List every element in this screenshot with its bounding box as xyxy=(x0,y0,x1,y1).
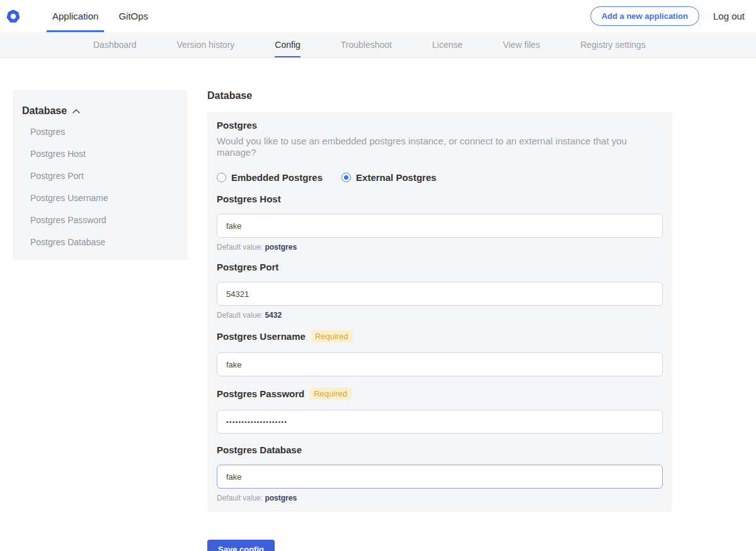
config-main: Database Postgres Would you like to use … xyxy=(207,90,672,551)
sidebar-item-postgres-username[interactable]: Postgres Username xyxy=(22,187,188,209)
page-title: Database xyxy=(207,90,672,102)
group-help-text: Would you like to use an embedded postgr… xyxy=(217,136,663,158)
top-nav-right: Add a new application Log out xyxy=(590,0,756,32)
sidebar-item-postgres-host[interactable]: Postgres Host xyxy=(22,143,188,165)
app-logo-icon xyxy=(6,9,20,23)
chevron-up-icon xyxy=(72,108,81,115)
default-value: 5432 xyxy=(265,311,282,320)
save-config-button[interactable]: Save config xyxy=(207,540,275,551)
default-value-label: Default value: xyxy=(217,494,263,502)
default-value-line: Default value:postgres xyxy=(217,243,663,251)
group-label: Postgres xyxy=(217,120,663,130)
content-area: Database Postgres Postgres Host Postgres… xyxy=(0,58,756,551)
postgres-database-input[interactable] xyxy=(217,465,663,489)
subnav-item-troubleshoot[interactable]: Troubleshoot xyxy=(341,32,392,57)
postgres-type-radio-group: Embedded Postgres External Postgres xyxy=(217,172,663,183)
add-application-button[interactable]: Add a new application xyxy=(590,6,699,26)
sidebar-item-postgres[interactable]: Postgres xyxy=(22,121,188,143)
radio-label: External Postgres xyxy=(356,172,437,183)
field-label: Postgres Database xyxy=(217,445,663,455)
app-subnav: Dashboard Version history Config Trouble… xyxy=(0,32,756,58)
field-label: Postgres Port xyxy=(217,262,663,272)
tab-application-label: Application xyxy=(52,11,98,21)
radio-unselected-icon xyxy=(217,173,226,182)
radio-label: Embedded Postgres xyxy=(231,172,323,183)
subnav-item-config[interactable]: Config xyxy=(275,32,300,57)
field-label-text: Postgres Database xyxy=(217,445,302,455)
default-value-label: Default value: xyxy=(217,243,263,252)
top-nav: Application GitOps Add a new application… xyxy=(0,0,756,32)
subnav-item-registry-settings[interactable]: Registry settings xyxy=(580,32,645,57)
sidebar-group-database[interactable]: Database xyxy=(22,105,188,117)
radio-selected-icon xyxy=(341,173,351,182)
field-label-text: Postgres Port xyxy=(217,262,278,272)
default-value-label: Default value: xyxy=(217,311,263,320)
external-postgres-radio[interactable]: External Postgres xyxy=(341,172,437,183)
logout-link[interactable]: Log out xyxy=(713,11,745,21)
config-sidebar: Database Postgres Postgres Host Postgres… xyxy=(13,90,188,260)
required-badge: Required xyxy=(309,388,352,400)
config-group-card: Postgres Would you like to use an embedd… xyxy=(207,112,672,512)
required-badge: Required xyxy=(311,330,353,342)
default-value: postgres xyxy=(265,494,297,502)
subnav-item-license[interactable]: License xyxy=(432,32,462,57)
app-logo[interactable] xyxy=(6,0,20,32)
default-value-line: Default value:postgres xyxy=(217,494,663,502)
sidebar-item-postgres-port[interactable]: Postgres Port xyxy=(22,165,188,187)
subnav-item-view-files[interactable]: View files xyxy=(503,32,540,57)
default-value: postgres xyxy=(265,243,297,252)
subnav-item-version-history[interactable]: Version history xyxy=(177,32,235,57)
tab-gitops[interactable]: GitOps xyxy=(113,0,154,32)
postgres-username-input[interactable] xyxy=(217,352,663,376)
postgres-port-input[interactable] xyxy=(217,282,663,306)
field-label-text: Postgres Username xyxy=(217,332,306,341)
postgres-host-input[interactable] xyxy=(217,214,663,238)
tab-gitops-label: GitOps xyxy=(118,11,148,21)
field-label: Postgres Host xyxy=(217,194,663,204)
embedded-postgres-radio[interactable]: Embedded Postgres xyxy=(217,172,323,183)
sidebar-item-postgres-database[interactable]: Postgres Database xyxy=(22,231,188,253)
field-label-text: Postgres Host xyxy=(217,194,281,204)
field-label: Postgres Username Required xyxy=(217,330,663,342)
sidebar-group-label: Database xyxy=(22,105,67,117)
field-label-text: Postgres Password xyxy=(217,389,304,398)
field-label: Postgres Password Required xyxy=(217,388,663,400)
subnav-item-dashboard[interactable]: Dashboard xyxy=(93,32,137,57)
postgres-password-input[interactable] xyxy=(217,410,663,434)
sidebar-item-postgres-password[interactable]: Postgres Password xyxy=(22,209,188,231)
default-value-line: Default value:5432 xyxy=(217,311,663,319)
tab-application[interactable]: Application xyxy=(47,0,104,32)
